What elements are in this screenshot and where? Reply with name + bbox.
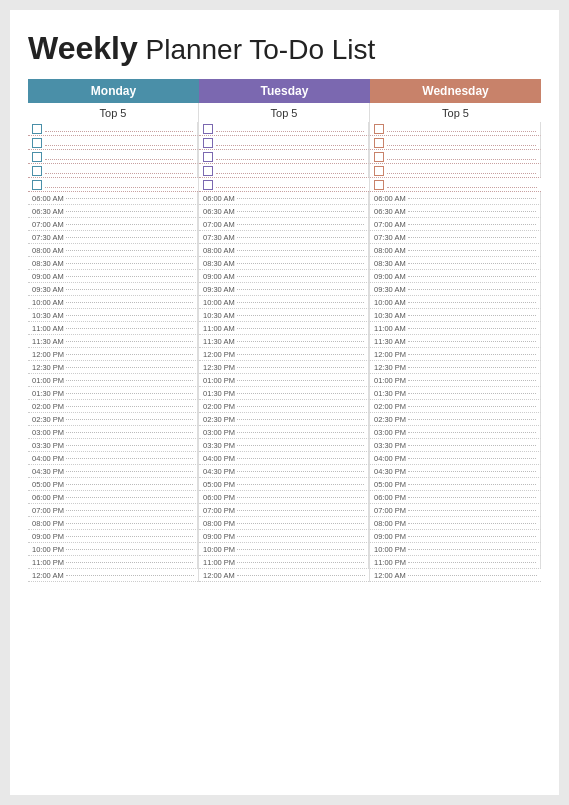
checkbox-tue-1[interactable] <box>203 124 213 134</box>
time-row[interactable]: 08:00 AM <box>199 244 369 257</box>
time-row[interactable]: 02:30 PM <box>199 413 369 426</box>
time-row[interactable]: 09:30 AM <box>199 283 369 296</box>
time-row[interactable]: 06:00 PM <box>199 491 369 504</box>
time-row[interactable]: 11:00 PM <box>28 556 198 569</box>
checkbox-wed-3[interactable] <box>374 152 384 162</box>
checkbox-row[interactable] <box>28 178 198 192</box>
time-row[interactable]: 12:00 AM <box>370 569 541 582</box>
time-row[interactable]: 06:00 AM <box>370 192 541 205</box>
time-row[interactable]: 03:00 PM <box>199 426 369 439</box>
checkbox-row[interactable] <box>370 164 541 178</box>
time-row[interactable]: 07:30 AM <box>28 231 198 244</box>
time-row[interactable]: 04:30 PM <box>370 465 541 478</box>
checkbox-row[interactable] <box>28 136 198 150</box>
time-row[interactable]: 05:00 PM <box>199 478 369 491</box>
time-row[interactable]: 10:00 AM <box>28 296 198 309</box>
time-row[interactable]: 11:00 AM <box>370 322 541 335</box>
checkbox-tue-3[interactable] <box>203 152 213 162</box>
time-row[interactable]: 07:00 PM <box>370 504 541 517</box>
time-row[interactable]: 03:30 PM <box>370 439 541 452</box>
time-row[interactable]: 04:00 PM <box>199 452 369 465</box>
time-row[interactable]: 02:00 PM <box>28 400 198 413</box>
checkbox-row[interactable] <box>199 150 369 164</box>
time-row[interactable]: 03:30 PM <box>199 439 369 452</box>
time-row[interactable]: 02:00 PM <box>370 400 541 413</box>
time-row[interactable]: 03:00 PM <box>28 426 198 439</box>
time-row[interactable]: 06:00 PM <box>28 491 198 504</box>
time-row[interactable]: 10:30 AM <box>199 309 369 322</box>
time-row[interactable]: 08:00 AM <box>370 244 541 257</box>
time-row[interactable]: 09:00 PM <box>370 530 541 543</box>
time-row[interactable]: 02:30 PM <box>28 413 198 426</box>
time-row[interactable]: 12:00 AM <box>199 569 369 582</box>
time-row[interactable]: 10:00 AM <box>370 296 541 309</box>
time-row[interactable]: 10:00 PM <box>28 543 198 556</box>
time-row[interactable]: 06:30 AM <box>370 205 541 218</box>
time-row[interactable]: 11:00 PM <box>370 556 541 569</box>
checkbox-wed-5[interactable] <box>374 180 384 190</box>
time-row[interactable]: 01:00 PM <box>28 374 198 387</box>
checkbox-row[interactable] <box>199 164 369 178</box>
checkbox-mon-5[interactable] <box>32 180 42 190</box>
checkbox-wed-2[interactable] <box>374 138 384 148</box>
time-row[interactable]: 05:00 PM <box>370 478 541 491</box>
time-row[interactable]: 08:00 AM <box>28 244 198 257</box>
time-row[interactable]: 05:00 PM <box>28 478 198 491</box>
checkbox-tue-2[interactable] <box>203 138 213 148</box>
time-row[interactable]: 06:30 AM <box>28 205 198 218</box>
time-row[interactable]: 11:30 AM <box>28 335 198 348</box>
checkbox-tue-4[interactable] <box>203 166 213 176</box>
checkbox-wed-4[interactable] <box>374 166 384 176</box>
time-row[interactable]: 11:30 AM <box>199 335 369 348</box>
time-row[interactable]: 08:00 PM <box>199 517 369 530</box>
checkbox-mon-4[interactable] <box>32 166 42 176</box>
time-row[interactable]: 01:00 PM <box>370 374 541 387</box>
time-row[interactable]: 12:00 PM <box>28 348 198 361</box>
time-row[interactable]: 07:00 AM <box>199 218 369 231</box>
time-row[interactable]: 11:30 AM <box>370 335 541 348</box>
time-row[interactable]: 09:00 AM <box>199 270 369 283</box>
time-row[interactable]: 01:00 PM <box>199 374 369 387</box>
time-row[interactable]: 02:00 PM <box>199 400 369 413</box>
time-row[interactable]: 01:30 PM <box>370 387 541 400</box>
checkbox-row[interactable] <box>28 164 198 178</box>
checkbox-mon-3[interactable] <box>32 152 42 162</box>
time-row[interactable]: 10:30 AM <box>28 309 198 322</box>
time-row[interactable]: 12:00 AM <box>28 569 198 582</box>
time-row[interactable]: 11:00 AM <box>199 322 369 335</box>
time-row[interactable]: 11:00 AM <box>28 322 198 335</box>
time-row[interactable]: 07:30 AM <box>199 231 369 244</box>
checkbox-row[interactable] <box>28 150 198 164</box>
time-row[interactable]: 06:00 AM <box>28 192 198 205</box>
time-row[interactable]: 08:00 PM <box>28 517 198 530</box>
time-row[interactable]: 12:00 PM <box>370 348 541 361</box>
checkbox-row[interactable] <box>28 122 198 136</box>
time-row[interactable]: 08:30 AM <box>199 257 369 270</box>
checkbox-wed-1[interactable] <box>374 124 384 134</box>
time-row[interactable]: 07:00 AM <box>370 218 541 231</box>
time-row[interactable]: 09:00 PM <box>199 530 369 543</box>
time-row[interactable]: 11:00 PM <box>199 556 369 569</box>
time-row[interactable]: 03:00 PM <box>370 426 541 439</box>
checkbox-mon-2[interactable] <box>32 138 42 148</box>
time-row[interactable]: 04:00 PM <box>370 452 541 465</box>
time-row[interactable]: 10:00 PM <box>199 543 369 556</box>
time-row[interactable]: 12:30 PM <box>28 361 198 374</box>
time-row[interactable]: 06:00 PM <box>370 491 541 504</box>
time-row[interactable]: 01:30 PM <box>199 387 369 400</box>
time-row[interactable]: 08:30 AM <box>370 257 541 270</box>
time-row[interactable]: 02:30 PM <box>370 413 541 426</box>
time-row[interactable]: 10:30 AM <box>370 309 541 322</box>
checkbox-row[interactable] <box>199 178 369 192</box>
time-row[interactable]: 09:30 AM <box>28 283 198 296</box>
time-row[interactable]: 07:00 PM <box>28 504 198 517</box>
checkbox-row[interactable] <box>370 122 541 136</box>
checkbox-row[interactable] <box>370 178 541 192</box>
time-row[interactable]: 10:00 PM <box>370 543 541 556</box>
time-row[interactable]: 04:30 PM <box>199 465 369 478</box>
time-row[interactable]: 04:00 PM <box>28 452 198 465</box>
time-row[interactable]: 07:00 AM <box>28 218 198 231</box>
time-row[interactable]: 01:30 PM <box>28 387 198 400</box>
time-row[interactable]: 06:00 AM <box>199 192 369 205</box>
time-row[interactable]: 12:30 PM <box>199 361 369 374</box>
